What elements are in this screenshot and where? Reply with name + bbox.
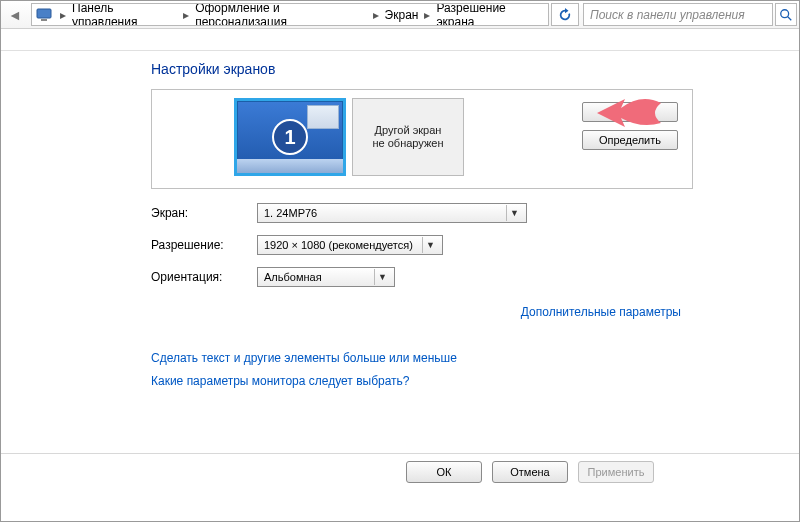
refresh-button[interactable] [551, 3, 579, 26]
display-preview-panel: 1 Другой экран не обнаружен Найти Опреде… [151, 89, 693, 189]
breadcrumb-item[interactable]: Экран [383, 8, 421, 22]
advanced-settings-link[interactable]: Дополнительные параметры [521, 305, 681, 319]
page-heading: Настройки экранов [151, 61, 799, 77]
detect-button[interactable]: Определить [582, 130, 678, 150]
search-placeholder: Поиск в панели управления [590, 8, 745, 22]
monitor-thumb-1[interactable]: 1 [234, 98, 346, 176]
monitor-number-badge: 1 [272, 119, 308, 155]
search-input[interactable]: Поиск в панели управления [583, 3, 773, 26]
monitor-icon [36, 7, 52, 23]
cancel-button[interactable]: Отмена [492, 461, 568, 483]
toolbar-blank [1, 29, 799, 51]
address-bar: ◄ ▸ Панель управления ▸ Оформление и пер… [1, 1, 799, 29]
monitor-thumb-taskbar [237, 159, 343, 173]
resolution-dropdown[interactable]: 1920 × 1080 (рекомендуется) ▼ [257, 235, 443, 255]
monitor-thumb-window [307, 105, 339, 129]
find-button[interactable]: Найти [582, 102, 678, 122]
screen-dropdown[interactable]: 1. 24MP76 ▼ [257, 203, 527, 223]
separator [1, 453, 799, 454]
chevron-down-icon: ▼ [422, 237, 438, 253]
chevron-down-icon: ▼ [506, 205, 522, 221]
screen-value: 1. 24MP76 [264, 207, 506, 219]
breadcrumb-item[interactable]: Панель управления [70, 3, 179, 26]
settings-form: Экран: 1. 24MP76 ▼ Разрешение: 1920 × 10… [151, 203, 691, 287]
svg-line-3 [788, 16, 792, 20]
main-content: Настройки экранов 1 Другой экран не обна… [1, 51, 799, 393]
resolution-label: Разрешение: [151, 238, 257, 252]
back-button[interactable]: ◄ [1, 1, 29, 28]
text-size-link[interactable]: Сделать текст и другие элементы больше и… [151, 351, 457, 365]
svg-rect-1 [41, 19, 47, 21]
search-button[interactable] [775, 3, 797, 26]
breadcrumb-item[interactable]: Разрешение экрана [434, 3, 544, 26]
svg-point-2 [781, 9, 789, 17]
breadcrumb-item[interactable]: Оформление и персонализация [193, 3, 368, 26]
orientation-label: Ориентация: [151, 270, 257, 284]
chevron-right-icon: ▸ [420, 8, 434, 22]
breadcrumb[interactable]: ▸ Панель управления ▸ Оформление и персо… [31, 3, 549, 26]
monitor2-text-line1: Другой экран [375, 124, 442, 137]
monitor-thumb-2[interactable]: Другой экран не обнаружен [352, 98, 464, 176]
svg-rect-0 [37, 9, 51, 18]
orientation-dropdown[interactable]: Альбомная ▼ [257, 267, 395, 287]
ok-button[interactable]: ОК [406, 461, 482, 483]
chevron-down-icon: ▼ [374, 269, 390, 285]
chevron-right-icon: ▸ [179, 8, 193, 22]
dialog-button-row: ОК Отмена Применить [1, 461, 799, 483]
apply-button: Применить [578, 461, 654, 483]
chevron-right-icon: ▸ [369, 8, 383, 22]
resolution-value: 1920 × 1080 (рекомендуется) [264, 239, 422, 251]
orientation-value: Альбомная [264, 271, 374, 283]
which-monitor-link[interactable]: Какие параметры монитора следует выбрать… [151, 374, 410, 388]
monitor2-text-line2: не обнаружен [372, 137, 443, 150]
chevron-right-icon: ▸ [56, 8, 70, 22]
screen-label: Экран: [151, 206, 257, 220]
